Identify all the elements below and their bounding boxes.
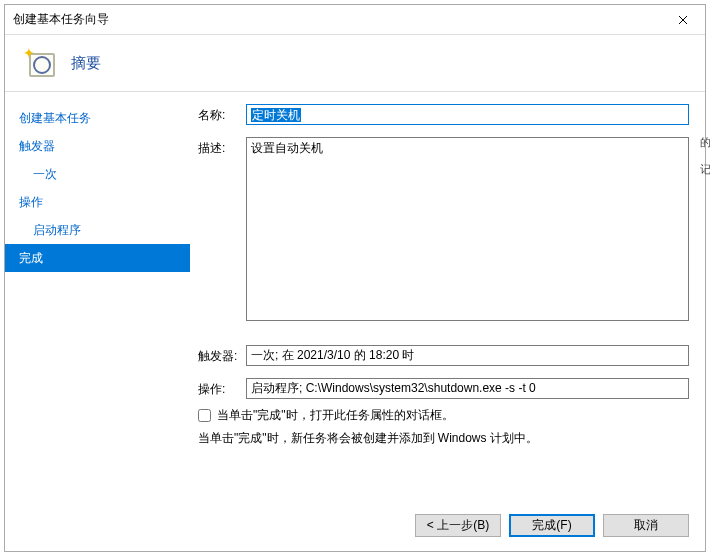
checkbox-row: 当单击"完成"时，打开此任务属性的对话框。	[198, 407, 689, 424]
name-row: 名称: 定时关机	[198, 104, 689, 125]
desc-row: 描述:	[198, 137, 689, 321]
sidebar-item-trigger[interactable]: 触发器	[5, 132, 190, 160]
name-value: 定时关机	[251, 108, 301, 122]
content: 名称: 定时关机 描述: 触发器: 一次; 在 2021/3/10 的 18:2…	[190, 92, 705, 504]
finish-button[interactable]: 完成(F)	[509, 514, 595, 537]
window-title: 创建基本任务向导	[13, 11, 109, 28]
action-label: 操作:	[198, 378, 246, 398]
right-strip: 的 记	[700, 135, 710, 177]
name-label: 名称:	[198, 104, 246, 124]
desc-input[interactable]	[246, 137, 689, 321]
close-button[interactable]	[660, 5, 705, 35]
header-section: ✦ 摘要	[5, 35, 705, 91]
wizard-icon: ✦	[25, 47, 57, 79]
button-row: < 上一步(B) 完成(F) 取消	[5, 504, 705, 551]
trigger-value: 一次; 在 2021/3/10 的 18:20 时	[246, 345, 689, 366]
body: 创建基本任务 触发器 一次 操作 启动程序 完成 名称: 定时关机 描述: 触发…	[5, 91, 705, 504]
cancel-button[interactable]: 取消	[603, 514, 689, 537]
close-icon	[678, 15, 688, 25]
wizard-window: 创建基本任务向导 ✦ 摘要 创建基本任务 触发器 一次 操作 启动程序 完成 名…	[4, 4, 706, 552]
sidebar-item-once[interactable]: 一次	[5, 160, 190, 188]
action-row: 操作: 启动程序; C:\Windows\system32\shutdown.e…	[198, 378, 689, 399]
sidebar: 创建基本任务 触发器 一次 操作 启动程序 完成	[5, 92, 190, 504]
open-properties-checkbox[interactable]	[198, 409, 211, 422]
sidebar-item-action[interactable]: 操作	[5, 188, 190, 216]
checkbox-label: 当单击"完成"时，打开此任务属性的对话框。	[217, 407, 454, 424]
info-text: 当单击"完成"时，新任务将会被创建并添加到 Windows 计划中。	[198, 430, 689, 447]
form-area: 名称: 定时关机 描述: 触发器: 一次; 在 2021/3/10 的 18:2…	[198, 92, 689, 494]
trigger-row: 触发器: 一次; 在 2021/3/10 的 18:20 时	[198, 345, 689, 366]
titlebar: 创建基本任务向导	[5, 5, 705, 35]
desc-label: 描述:	[198, 137, 246, 157]
trigger-label: 触发器:	[198, 345, 246, 365]
page-title: 摘要	[71, 54, 101, 73]
sidebar-item-create-task[interactable]: 创建基本任务	[5, 104, 190, 132]
sidebar-item-start-program[interactable]: 启动程序	[5, 216, 190, 244]
name-input[interactable]: 定时关机	[246, 104, 689, 125]
action-value: 启动程序; C:\Windows\system32\shutdown.exe -…	[246, 378, 689, 399]
back-button[interactable]: < 上一步(B)	[415, 514, 501, 537]
sidebar-item-finish[interactable]: 完成	[5, 244, 190, 272]
